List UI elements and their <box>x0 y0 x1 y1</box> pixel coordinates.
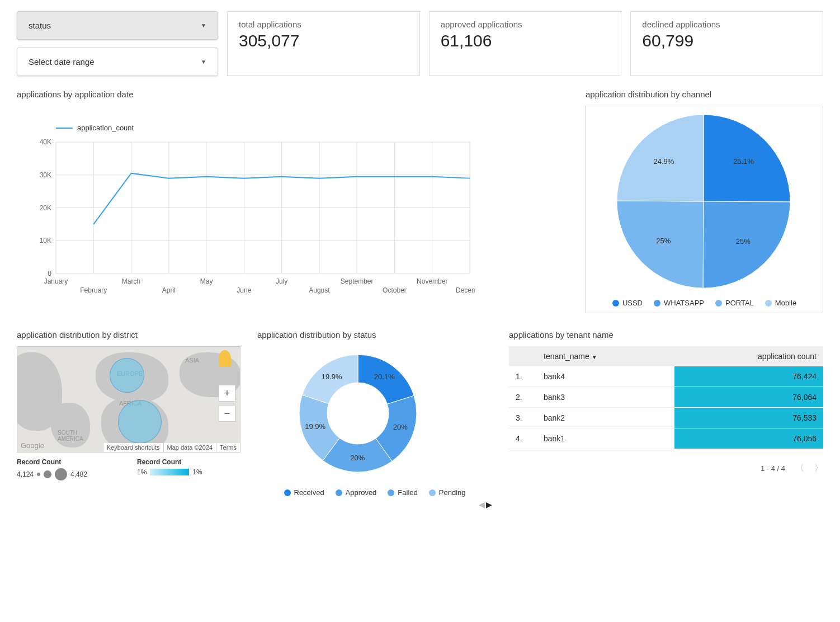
svg-text:24.9%: 24.9% <box>654 157 674 166</box>
size-dot-small <box>37 473 40 476</box>
map-chart: application distribution by district ASI… <box>17 330 240 509</box>
prev-page-icon[interactable]: 〈 <box>795 463 804 474</box>
pie-chart-svg: 25.1%25%25%24.9% <box>592 112 815 291</box>
color-gradient <box>150 469 189 475</box>
svg-text:September: September <box>341 277 374 285</box>
svg-text:application_count: application_count <box>77 124 134 132</box>
map-canvas[interactable]: ASIA EUROPE AFRICA SOUTHAMERICA + − Goog… <box>17 346 240 453</box>
svg-text:40K: 40K <box>40 138 51 146</box>
zoom-out-button[interactable]: − <box>219 405 235 422</box>
legend-item[interactable]: Received <box>284 488 324 497</box>
svg-text:August: August <box>309 286 330 294</box>
svg-text:30K: 30K <box>40 171 51 179</box>
svg-text:January: January <box>44 277 68 285</box>
status-dropdown[interactable]: status ▼ <box>17 11 218 40</box>
svg-text:July: July <box>276 277 287 285</box>
caret-down-icon: ▼ <box>201 22 206 29</box>
table-row[interactable]: 1.bank476,424 <box>509 366 823 387</box>
line-chart: applications by application date applica… <box>17 89 569 313</box>
legend-item[interactable]: PORTAL <box>715 299 754 307</box>
size-dot-large <box>55 468 67 480</box>
status-dropdown-label: status <box>29 21 51 30</box>
col-count[interactable]: application count <box>674 346 823 366</box>
svg-text:October: October <box>383 286 407 294</box>
legend-item[interactable]: USSD <box>612 299 643 307</box>
chart-title: application distribution by channel <box>586 89 823 99</box>
chart-title: applications by tenant name <box>509 330 823 340</box>
table-row[interactable]: 4.bank176,056 <box>509 428 823 449</box>
table-row[interactable]: 3.bank276,533 <box>509 408 823 428</box>
google-logo: Google <box>21 441 44 450</box>
svg-text:19.9%: 19.9% <box>305 422 325 431</box>
legend-item[interactable]: Approved <box>336 488 377 497</box>
svg-text:May: May <box>200 277 213 285</box>
date-range-label: Select date range <box>29 57 95 67</box>
donut-chart: application distribution by status 20.1%… <box>257 330 492 509</box>
donut-legend: ReceivedApprovedFailedPending <box>257 488 492 497</box>
donut-chart-svg: 20.1%20%20%19.9%19.9% <box>257 346 459 480</box>
kpi-declined: declined applications 60,799 <box>630 11 823 76</box>
svg-text:February: February <box>80 286 107 294</box>
legend-item[interactable]: Mobile <box>765 299 796 307</box>
svg-text:20.1%: 20.1% <box>374 373 395 381</box>
date-range-dropdown[interactable]: Select date range ▼ <box>17 48 218 76</box>
donut-pager: ◀ ▶ <box>257 500 492 509</box>
svg-text:20%: 20% <box>350 454 365 462</box>
legend-item[interactable]: WHATSAPP <box>654 299 704 307</box>
kpi-label: total applications <box>239 20 408 29</box>
tenant-table: applications by tenant name tenant_name … <box>509 330 823 509</box>
col-tenant[interactable]: tenant_name ▼ <box>537 346 674 366</box>
legend-item[interactable]: Failed <box>388 488 417 497</box>
svg-text:June: June <box>237 286 251 294</box>
caret-down-icon: ▼ <box>201 59 206 65</box>
svg-text:0: 0 <box>48 270 51 277</box>
chart-title: application distribution by status <box>257 330 492 340</box>
legend-item[interactable]: Pending <box>429 488 466 497</box>
zoom-in-button[interactable]: + <box>219 385 235 402</box>
svg-text:November: November <box>417 277 447 285</box>
prev-page-icon[interactable]: ◀ <box>479 500 485 509</box>
svg-text:10K: 10K <box>40 237 51 244</box>
pie-chart: application distribution by channel 25.1… <box>586 89 823 313</box>
chart-title: applications by application date <box>17 89 569 99</box>
chart-title: application distribution by district <box>17 330 240 340</box>
map-attribution: Keyboard shortcuts Map data ©2024 Terms <box>103 443 240 452</box>
kpi-value: 60,799 <box>642 31 811 50</box>
svg-text:20%: 20% <box>393 423 408 431</box>
svg-text:Decem…: Decem… <box>456 286 475 294</box>
kpi-approved: approved applications 61,106 <box>429 11 622 76</box>
svg-text:March: March <box>122 277 140 285</box>
line-chart-svg: application_count 010K20K30K40KJanuaryFe… <box>17 106 475 307</box>
kpi-label: approved applications <box>441 20 610 29</box>
svg-text:19.9%: 19.9% <box>322 373 342 381</box>
svg-text:25.1%: 25.1% <box>733 157 754 166</box>
size-dot-mid <box>44 470 51 478</box>
svg-text:20K: 20K <box>40 204 51 212</box>
tenant-data-table: tenant_name ▼ application count 1.bank47… <box>509 346 823 449</box>
table-row[interactable]: 2.bank376,064 <box>509 387 823 408</box>
svg-text:25%: 25% <box>736 237 751 246</box>
pie-legend: USSDWHATSAPPPORTALMobile <box>592 299 817 307</box>
next-page-icon[interactable]: 〉 <box>814 463 823 474</box>
pegman-icon[interactable] <box>219 350 231 367</box>
kpi-value: 61,106 <box>441 31 610 50</box>
kpi-value: 305,077 <box>239 31 408 50</box>
kpi-label: declined applications <box>642 20 811 29</box>
svg-text:25%: 25% <box>656 237 671 245</box>
kpi-total: total applications 305,077 <box>227 11 420 76</box>
sort-desc-icon: ▼ <box>592 354 597 360</box>
svg-text:April: April <box>162 286 176 294</box>
next-page-icon[interactable]: ▶ <box>486 500 492 509</box>
pager-text: 1 - 4 / 4 <box>761 464 785 473</box>
